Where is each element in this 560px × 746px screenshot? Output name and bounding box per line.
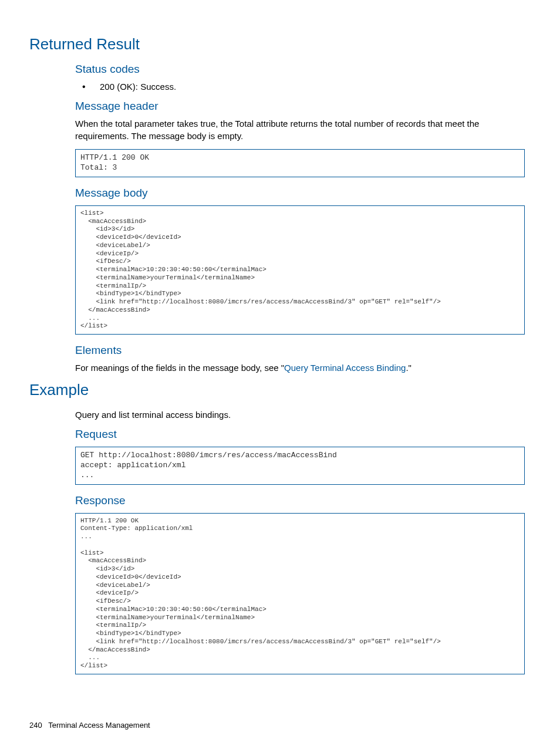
heading-message-body: Message body	[75, 187, 525, 200]
code-request: GET http://localhost:8080/imcrs/res/acce…	[75, 447, 525, 485]
example-text: Query and list terminal access bindings.	[75, 409, 525, 421]
heading-returned-result: Returned Result	[29, 35, 525, 53]
document-page: Returned Result Status codes 200 (OK): S…	[0, 0, 560, 746]
heading-response: Response	[75, 494, 525, 507]
elements-text: For meanings of the fields in the messag…	[75, 362, 525, 374]
status-list: 200 (OK): Success.	[88, 80, 525, 93]
elements-text-suffix: ."	[406, 363, 411, 373]
code-message-body: <list> <macAccessBind> <id>3</id> <devic…	[75, 205, 525, 335]
message-header-text: When the total parameter takes true, the…	[75, 117, 525, 142]
heading-message-header: Message header	[75, 100, 525, 113]
link-query-terminal-binding[interactable]: Query Terminal Access Binding	[284, 363, 406, 373]
heading-example: Example	[29, 381, 525, 399]
page-footer: 240 Terminal Access Management	[29, 721, 150, 730]
code-message-header: HTTP/1.1 200 OK Total: 3	[75, 149, 525, 177]
heading-request: Request	[75, 428, 525, 441]
status-item: 200 (OK): Success.	[88, 80, 525, 93]
elements-text-prefix: For meanings of the fields in the messag…	[75, 363, 284, 373]
page-number: 240	[29, 721, 42, 730]
footer-section-title: Terminal Access Management	[48, 721, 150, 730]
heading-elements: Elements	[75, 344, 525, 357]
heading-status-codes: Status codes	[75, 63, 525, 76]
code-response: HTTP/1.1 200 OK Content-Type: applicatio…	[75, 513, 525, 674]
